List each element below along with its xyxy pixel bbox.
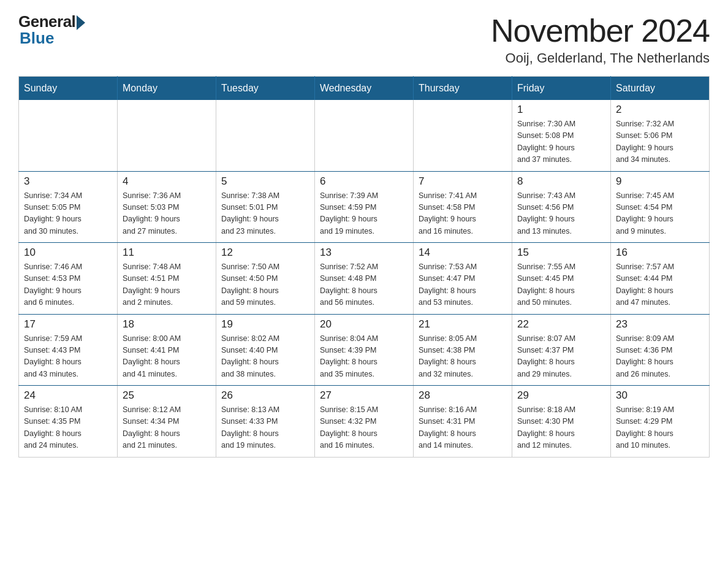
calendar-cell: 5Sunrise: 7:38 AMSunset: 5:01 PMDaylight… — [216, 171, 315, 243]
day-info: Sunrise: 8:18 AMSunset: 4:30 PMDaylight:… — [517, 404, 605, 452]
day-info: Sunrise: 7:43 AMSunset: 4:56 PMDaylight:… — [517, 190, 605, 238]
header: General Blue November 2024 Ooij, Gelderl… — [18, 12, 710, 66]
calendar-header: SundayMondayTuesdayWednesdayThursdayFrid… — [19, 77, 710, 101]
calendar-cell — [216, 100, 315, 171]
day-info: Sunrise: 7:39 AMSunset: 4:59 PMDaylight:… — [320, 190, 408, 238]
day-number: 4 — [123, 175, 211, 188]
calendar-cell: 9Sunrise: 7:45 AMSunset: 4:54 PMDaylight… — [611, 171, 710, 243]
calendar-week-row: 24Sunrise: 8:10 AMSunset: 4:35 PMDayligh… — [19, 386, 710, 458]
day-info: Sunrise: 7:32 AMSunset: 5:06 PMDaylight:… — [616, 118, 704, 166]
day-number: 16 — [616, 247, 704, 259]
day-number: 28 — [419, 389, 507, 402]
calendar-week-row: 1Sunrise: 7:30 AMSunset: 5:08 PMDaylight… — [19, 100, 710, 171]
calendar-cell: 8Sunrise: 7:43 AMSunset: 4:56 PMDaylight… — [512, 171, 611, 243]
calendar-cell: 20Sunrise: 8:04 AMSunset: 4:39 PMDayligh… — [315, 314, 414, 386]
calendar-cell: 17Sunrise: 7:59 AMSunset: 4:43 PMDayligh… — [19, 314, 118, 386]
day-info: Sunrise: 7:36 AMSunset: 5:03 PMDaylight:… — [123, 190, 211, 238]
weekday-header-sunday: Sunday — [19, 77, 118, 101]
day-number: 14 — [419, 247, 507, 259]
day-info: Sunrise: 8:13 AMSunset: 4:33 PMDaylight:… — [221, 404, 309, 452]
day-info: Sunrise: 8:19 AMSunset: 4:29 PMDaylight:… — [616, 404, 704, 452]
calendar-cell — [118, 100, 216, 171]
calendar-cell: 4Sunrise: 7:36 AMSunset: 5:03 PMDaylight… — [118, 171, 216, 243]
day-number: 5 — [221, 175, 309, 188]
calendar-cell: 16Sunrise: 7:57 AMSunset: 4:44 PMDayligh… — [611, 243, 710, 315]
day-info: Sunrise: 7:45 AMSunset: 4:54 PMDaylight:… — [616, 190, 704, 238]
day-number: 29 — [517, 389, 605, 402]
calendar-week-row: 10Sunrise: 7:46 AMSunset: 4:53 PMDayligh… — [19, 243, 710, 315]
calendar-cell: 7Sunrise: 7:41 AMSunset: 4:58 PMDaylight… — [414, 171, 512, 243]
day-info: Sunrise: 7:46 AMSunset: 4:53 PMDaylight:… — [24, 261, 112, 309]
calendar-cell: 10Sunrise: 7:46 AMSunset: 4:53 PMDayligh… — [19, 243, 118, 315]
day-info: Sunrise: 8:07 AMSunset: 4:37 PMDaylight:… — [517, 333, 605, 381]
day-number: 13 — [320, 247, 408, 259]
calendar-cell: 28Sunrise: 8:16 AMSunset: 4:31 PMDayligh… — [414, 386, 512, 458]
day-number: 6 — [320, 175, 408, 188]
day-info: Sunrise: 7:48 AMSunset: 4:51 PMDaylight:… — [123, 261, 211, 309]
calendar-cell — [19, 100, 118, 171]
day-number: 12 — [221, 247, 309, 259]
day-info: Sunrise: 8:02 AMSunset: 4:40 PMDaylight:… — [221, 333, 309, 381]
day-number: 10 — [24, 247, 112, 259]
day-number: 9 — [616, 175, 704, 188]
day-info: Sunrise: 7:34 AMSunset: 5:05 PMDaylight:… — [24, 190, 112, 238]
day-info: Sunrise: 7:59 AMSunset: 4:43 PMDaylight:… — [24, 333, 112, 381]
day-info: Sunrise: 8:16 AMSunset: 4:31 PMDaylight:… — [419, 404, 507, 452]
day-number: 1 — [517, 104, 605, 116]
calendar-title: November 2024 — [491, 12, 710, 49]
calendar-cell: 24Sunrise: 8:10 AMSunset: 4:35 PMDayligh… — [19, 386, 118, 458]
day-number: 18 — [123, 318, 211, 331]
day-info: Sunrise: 8:15 AMSunset: 4:32 PMDaylight:… — [320, 404, 408, 452]
day-number: 22 — [517, 318, 605, 331]
calendar-cell: 14Sunrise: 7:53 AMSunset: 4:47 PMDayligh… — [414, 243, 512, 315]
day-number: 20 — [320, 318, 408, 331]
weekday-header-saturday: Saturday — [611, 77, 710, 101]
calendar-cell: 26Sunrise: 8:13 AMSunset: 4:33 PMDayligh… — [216, 386, 315, 458]
day-number: 15 — [517, 247, 605, 259]
weekday-header-thursday: Thursday — [414, 77, 512, 101]
day-number: 11 — [123, 247, 211, 259]
day-info: Sunrise: 7:57 AMSunset: 4:44 PMDaylight:… — [616, 261, 704, 309]
day-info: Sunrise: 7:30 AMSunset: 5:08 PMDaylight:… — [517, 118, 605, 166]
calendar-cell: 2Sunrise: 7:32 AMSunset: 5:06 PMDaylight… — [611, 100, 710, 171]
calendar-cell: 13Sunrise: 7:52 AMSunset: 4:48 PMDayligh… — [315, 243, 414, 315]
calendar-cell — [414, 100, 512, 171]
weekday-header-friday: Friday — [512, 77, 611, 101]
day-info: Sunrise: 8:00 AMSunset: 4:41 PMDaylight:… — [123, 333, 211, 381]
calendar-cell: 19Sunrise: 8:02 AMSunset: 4:40 PMDayligh… — [216, 314, 315, 386]
day-number: 21 — [419, 318, 507, 331]
day-info: Sunrise: 7:38 AMSunset: 5:01 PMDaylight:… — [221, 190, 309, 238]
weekday-header-monday: Monday — [118, 77, 216, 101]
day-info: Sunrise: 8:04 AMSunset: 4:39 PMDaylight:… — [320, 333, 408, 381]
weekday-header-wednesday: Wednesday — [315, 77, 414, 101]
day-info: Sunrise: 8:10 AMSunset: 4:35 PMDaylight:… — [24, 404, 112, 452]
calendar-cell: 21Sunrise: 8:05 AMSunset: 4:38 PMDayligh… — [414, 314, 512, 386]
day-number: 23 — [616, 318, 704, 331]
day-number: 26 — [221, 389, 309, 402]
calendar-cell: 25Sunrise: 8:12 AMSunset: 4:34 PMDayligh… — [118, 386, 216, 458]
day-number: 30 — [616, 389, 704, 402]
day-info: Sunrise: 7:53 AMSunset: 4:47 PMDaylight:… — [419, 261, 507, 309]
calendar-week-row: 17Sunrise: 7:59 AMSunset: 4:43 PMDayligh… — [19, 314, 710, 386]
logo: General Blue — [18, 12, 85, 48]
calendar-cell: 11Sunrise: 7:48 AMSunset: 4:51 PMDayligh… — [118, 243, 216, 315]
day-number: 19 — [221, 318, 309, 331]
calendar-cell: 22Sunrise: 8:07 AMSunset: 4:37 PMDayligh… — [512, 314, 611, 386]
day-info: Sunrise: 7:41 AMSunset: 4:58 PMDaylight:… — [419, 190, 507, 238]
calendar-week-row: 3Sunrise: 7:34 AMSunset: 5:05 PMDaylight… — [19, 171, 710, 243]
day-info: Sunrise: 7:52 AMSunset: 4:48 PMDaylight:… — [320, 261, 408, 309]
calendar-cell: 18Sunrise: 8:00 AMSunset: 4:41 PMDayligh… — [118, 314, 216, 386]
day-info: Sunrise: 8:09 AMSunset: 4:36 PMDaylight:… — [616, 333, 704, 381]
day-number: 27 — [320, 389, 408, 402]
calendar-subtitle: Ooij, Gelderland, The Netherlands — [491, 50, 710, 66]
day-info: Sunrise: 8:12 AMSunset: 4:34 PMDaylight:… — [123, 404, 211, 452]
calendar-body: 1Sunrise: 7:30 AMSunset: 5:08 PMDaylight… — [19, 100, 710, 457]
day-number: 17 — [24, 318, 112, 331]
calendar-cell: 3Sunrise: 7:34 AMSunset: 5:05 PMDaylight… — [19, 171, 118, 243]
calendar-cell: 23Sunrise: 8:09 AMSunset: 4:36 PMDayligh… — [611, 314, 710, 386]
weekday-header-row: SundayMondayTuesdayWednesdayThursdayFrid… — [19, 77, 710, 101]
calendar-table: SundayMondayTuesdayWednesdayThursdayFrid… — [18, 76, 710, 458]
day-info: Sunrise: 7:50 AMSunset: 4:50 PMDaylight:… — [221, 261, 309, 309]
day-number: 8 — [517, 175, 605, 188]
day-number: 2 — [616, 104, 704, 116]
